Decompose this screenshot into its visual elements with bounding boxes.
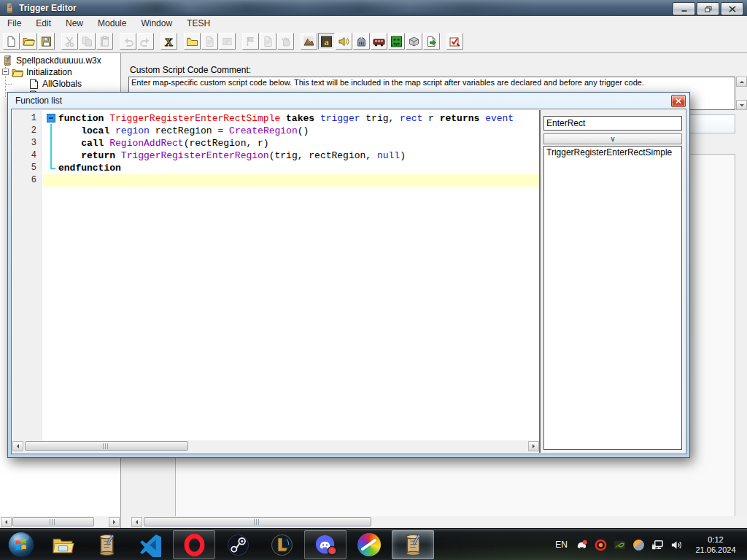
campaign-editor-button[interactable] (371, 33, 387, 50)
code-line-4[interactable]: 4 return TriggerRegisterEnterRegion(trig… (12, 149, 539, 162)
svg-text:a: a (324, 36, 329, 47)
restore-button[interactable] (697, 2, 719, 15)
taskbar-steam[interactable] (217, 530, 259, 559)
taskbar-tray: EN 0:12 21.06.2024 (555, 529, 747, 560)
import-manager-button[interactable] (423, 33, 440, 50)
dialog-body: 1function TriggerRegisterEnterRectSimple… (11, 109, 686, 454)
scroll-left-button[interactable] (12, 441, 23, 451)
scroll-left-button[interactable] (1, 517, 12, 527)
scroll-down-button[interactable] (736, 100, 747, 110)
code-horizontal-scrollbar[interactable] (12, 440, 539, 453)
scroll-left-button[interactable] (131, 517, 142, 527)
scroll-right-button[interactable] (109, 517, 120, 527)
main-horizontal-scrollbar[interactable] (128, 516, 747, 528)
svg-text:X: X (165, 36, 173, 47)
ai-editor-button[interactable] (388, 33, 405, 50)
delete-button[interactable]: X (160, 33, 177, 50)
close-button[interactable] (721, 2, 743, 15)
new-map-button[interactable] (3, 33, 20, 50)
new-category-button[interactable] (184, 33, 201, 50)
collapse-expander-icon[interactable] (2, 69, 9, 75)
toolbar: Xa (0, 31, 747, 52)
start-button[interactable] (2, 530, 40, 559)
comment-label: Custom Script Code Comment: (130, 65, 251, 75)
function-search-panel: v TriggerRegisterEnterRectSimple (541, 110, 685, 453)
copy-button (79, 33, 96, 50)
menu-item-module[interactable]: Module (90, 16, 133, 31)
new-action-button (277, 33, 294, 50)
trigger-editor-button[interactable]: a (318, 33, 335, 50)
line-number: 2 (12, 125, 36, 137)
new-comment-button (219, 33, 236, 50)
taskbar-apps (1, 529, 435, 560)
tray-opera-icon[interactable] (594, 538, 607, 551)
tray-network-icon[interactable] (651, 538, 664, 551)
scrollbar-thumb[interactable] (12, 517, 94, 526)
taskbar-opera[interactable] (173, 530, 215, 559)
scroll-right-button[interactable] (528, 441, 539, 451)
tray-discord-icon[interactable] (575, 538, 588, 551)
code-line-1[interactable]: 1function TriggerRegisterEnterRectSimple… (12, 112, 539, 125)
tree-horizontal-scrollbar[interactable] (1, 516, 120, 528)
menu-item-tesh[interactable]: TESH (179, 16, 217, 31)
taskbar-world-editor[interactable] (392, 530, 434, 559)
tray-planet-icon[interactable] (632, 538, 645, 551)
menu-item-edit[interactable]: Edit (28, 16, 58, 31)
new-trigger-button (201, 33, 218, 50)
tray-icons (575, 538, 683, 551)
dialog-title: Function list (15, 93, 62, 109)
taskbar-krita[interactable] (348, 530, 390, 559)
tree-item-initialization[interactable]: Initialization (0, 66, 121, 78)
line-number: 6 (12, 174, 36, 187)
test-map-button[interactable] (446, 33, 463, 50)
window-controls (673, 2, 743, 15)
clock-date: 21.06.2024 (690, 545, 741, 555)
tree-item-allglobals[interactable]: AllGlobals (0, 78, 121, 90)
taskbar-world-editor-pinned[interactable] (85, 530, 128, 559)
taskbar-vscode[interactable] (129, 530, 171, 559)
dialog-close-button[interactable] (671, 95, 686, 107)
scrollbar-thumb[interactable] (144, 517, 371, 526)
scrollbar-thumb[interactable] (25, 441, 188, 451)
taskbar-discord[interactable] (304, 530, 347, 559)
code-line-6[interactable]: 6 (12, 174, 539, 187)
function-dropdown-button[interactable]: v (543, 133, 682, 144)
tray-nvidia-icon[interactable] (613, 538, 626, 551)
open-map-button[interactable] (20, 33, 37, 50)
menu-item-new[interactable]: New (58, 16, 90, 31)
function-list-item[interactable]: TriggerRegisterEnterRectSimple (544, 147, 681, 158)
new-condition-button (260, 33, 276, 50)
code-line-2[interactable]: 2 local region rectRegion = CreateRegion… (12, 125, 539, 137)
function-search-input[interactable] (543, 116, 682, 131)
window-title: Trigger Editor (19, 0, 77, 16)
fold-collapse-icon[interactable] (44, 112, 58, 125)
tray-volume-icon[interactable] (670, 538, 683, 551)
taskbar-explorer[interactable] (42, 530, 84, 559)
taskbar-league-of-legends[interactable] (260, 530, 303, 559)
taskbar-clock[interactable]: 0:12 21.06.2024 (690, 534, 741, 555)
tree-item-label: Initialization (26, 67, 72, 77)
object-editor-button[interactable] (353, 33, 370, 50)
function-list[interactable]: TriggerRegisterEnterRectSimple (543, 146, 682, 450)
menu-item-file[interactable]: File (0, 16, 28, 31)
menu-item-window[interactable]: Window (133, 16, 179, 31)
tree-root-row[interactable]: Spellpackduuuuu.w3x (1, 55, 101, 66)
fold-margin (44, 174, 58, 187)
code-line-3[interactable]: 3 call RegionAddRect(rectRegion, r) (12, 137, 539, 149)
terrain-editor-button[interactable] (301, 33, 317, 50)
sound-editor-button[interactable] (336, 33, 352, 50)
save-map-button[interactable] (38, 33, 55, 50)
code-editor-lines: 1function TriggerRegisterEnterRectSimple… (12, 112, 539, 187)
folder-open-icon (12, 68, 23, 77)
code-line-5[interactable]: 5endfunction (12, 162, 539, 174)
object-manager-button[interactable] (406, 33, 422, 50)
new-event-button (242, 33, 259, 50)
language-indicator[interactable]: EN (555, 540, 568, 550)
minimize-button[interactable] (673, 2, 695, 15)
comment-vertical-scrollbar[interactable] (736, 77, 747, 110)
dialog-titlebar[interactable]: Function list (8, 93, 689, 109)
taskbar: EN 0:12 21.06.2024 (0, 528, 747, 560)
window-titlebar: Trigger Editor (0, 0, 747, 16)
code-editor[interactable]: 1function TriggerRegisterEnterRectSimple… (12, 110, 539, 453)
scroll-up-button[interactable] (736, 77, 747, 87)
